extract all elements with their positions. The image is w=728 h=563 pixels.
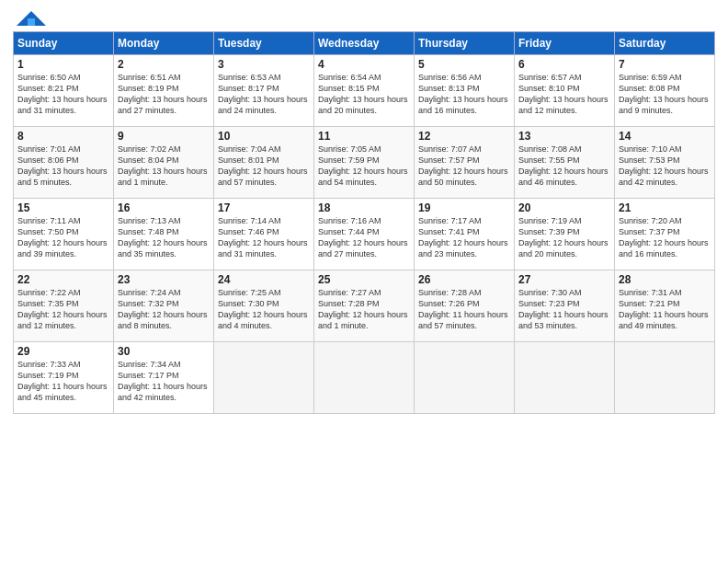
day-number: 24: [218, 273, 310, 286]
day-info: Sunrise: 7:07 AMSunset: 7:57 PMDaylight:…: [418, 144, 510, 189]
day-number: 11: [318, 130, 410, 143]
calendar-cell: 15Sunrise: 7:11 AMSunset: 7:50 PMDayligh…: [14, 199, 114, 270]
day-number: 19: [418, 201, 510, 214]
day-info: Sunrise: 7:25 AMSunset: 7:30 PMDaylight:…: [218, 287, 310, 332]
day-number: 16: [118, 201, 210, 214]
day-number: 3: [218, 58, 310, 71]
weekday-header-friday: Friday: [515, 32, 615, 55]
day-info: Sunrise: 7:13 AMSunset: 7:48 PMDaylight:…: [118, 215, 210, 260]
weekday-header-wednesday: Wednesday: [314, 32, 415, 55]
calendar-cell: 8Sunrise: 7:01 AMSunset: 8:06 PMDaylight…: [14, 127, 114, 199]
calendar-cell: 20Sunrise: 7:19 AMSunset: 7:39 PMDayligh…: [515, 199, 615, 270]
svg-rect-1: [28, 18, 35, 26]
day-number: 18: [318, 201, 410, 214]
calendar-container: SundayMondayTuesdayWednesdayThursdayFrid…: [0, 0, 728, 423]
header: [13, 9, 715, 26]
calendar-cell: 30Sunrise: 7:34 AMSunset: 7:17 PMDayligh…: [114, 342, 214, 414]
calendar-cell: 1Sunrise: 6:50 AMSunset: 8:21 PMDaylight…: [14, 55, 114, 127]
day-number: 6: [518, 58, 610, 71]
weekday-header-sunday: Sunday: [14, 32, 114, 55]
calendar-table: SundayMondayTuesdayWednesdayThursdayFrid…: [13, 31, 715, 414]
day-number: 1: [17, 58, 109, 71]
week-row-4: 22Sunrise: 7:22 AMSunset: 7:35 PMDayligh…: [14, 270, 715, 342]
calendar-cell: 22Sunrise: 7:22 AMSunset: 7:35 PMDayligh…: [14, 270, 114, 342]
calendar-cell: 25Sunrise: 7:27 AMSunset: 7:28 PMDayligh…: [314, 270, 415, 342]
day-number: 10: [218, 130, 310, 143]
day-info: Sunrise: 7:01 AMSunset: 8:06 PMDaylight:…: [17, 144, 109, 189]
day-info: Sunrise: 7:08 AMSunset: 7:55 PMDaylight:…: [518, 144, 610, 189]
calendar-cell: 21Sunrise: 7:20 AMSunset: 7:37 PMDayligh…: [615, 199, 715, 270]
week-row-3: 15Sunrise: 7:11 AMSunset: 7:50 PMDayligh…: [14, 199, 715, 270]
day-number: 26: [418, 273, 510, 286]
day-number: 5: [418, 58, 510, 71]
calendar-cell: 12Sunrise: 7:07 AMSunset: 7:57 PMDayligh…: [415, 127, 515, 199]
day-number: 23: [118, 273, 210, 286]
day-info: Sunrise: 7:04 AMSunset: 8:01 PMDaylight:…: [218, 144, 310, 189]
calendar-cell: 7Sunrise: 6:59 AMSunset: 8:08 PMDaylight…: [615, 55, 715, 127]
logo: [13, 9, 48, 26]
day-number: 9: [118, 130, 210, 143]
day-info: Sunrise: 6:59 AMSunset: 8:08 PMDaylight:…: [619, 72, 711, 117]
calendar-cell: 10Sunrise: 7:04 AMSunset: 8:01 PMDayligh…: [214, 127, 314, 199]
calendar-cell: [415, 342, 515, 414]
day-info: Sunrise: 7:14 AMSunset: 7:46 PMDaylight:…: [218, 215, 310, 260]
day-info: Sunrise: 6:57 AMSunset: 8:10 PMDaylight:…: [518, 72, 610, 117]
day-number: 25: [318, 273, 410, 286]
calendar-cell: [615, 342, 715, 414]
day-info: Sunrise: 7:05 AMSunset: 7:59 PMDaylight:…: [318, 144, 410, 189]
day-info: Sunrise: 7:11 AMSunset: 7:50 PMDaylight:…: [17, 215, 109, 260]
week-row-5: 29Sunrise: 7:33 AMSunset: 7:19 PMDayligh…: [14, 342, 715, 414]
calendar-cell: 11Sunrise: 7:05 AMSunset: 7:59 PMDayligh…: [314, 127, 415, 199]
calendar-cell: 17Sunrise: 7:14 AMSunset: 7:46 PMDayligh…: [214, 199, 314, 270]
calendar-cell: 27Sunrise: 7:30 AMSunset: 7:23 PMDayligh…: [515, 270, 615, 342]
weekday-header-row: SundayMondayTuesdayWednesdayThursdayFrid…: [14, 32, 715, 55]
week-row-1: 1Sunrise: 6:50 AMSunset: 8:21 PMDaylight…: [14, 55, 715, 127]
logo-block: [13, 9, 48, 26]
day-info: Sunrise: 7:24 AMSunset: 7:32 PMDaylight:…: [118, 287, 210, 332]
calendar-cell: 13Sunrise: 7:08 AMSunset: 7:55 PMDayligh…: [515, 127, 615, 199]
logo-icon: [15, 9, 48, 29]
calendar-cell: 23Sunrise: 7:24 AMSunset: 7:32 PMDayligh…: [114, 270, 214, 342]
calendar-cell: 29Sunrise: 7:33 AMSunset: 7:19 PMDayligh…: [14, 342, 114, 414]
day-info: Sunrise: 7:16 AMSunset: 7:44 PMDaylight:…: [318, 215, 410, 260]
calendar-cell: 3Sunrise: 6:53 AMSunset: 8:17 PMDaylight…: [214, 55, 314, 127]
day-number: 21: [619, 201, 711, 214]
calendar-cell: 18Sunrise: 7:16 AMSunset: 7:44 PMDayligh…: [314, 199, 415, 270]
day-number: 29: [17, 345, 109, 358]
week-row-2: 8Sunrise: 7:01 AMSunset: 8:06 PMDaylight…: [14, 127, 715, 199]
weekday-header-thursday: Thursday: [415, 32, 515, 55]
day-info: Sunrise: 7:10 AMSunset: 7:53 PMDaylight:…: [619, 144, 711, 189]
weekday-header-monday: Monday: [114, 32, 214, 55]
day-info: Sunrise: 7:17 AMSunset: 7:41 PMDaylight:…: [418, 215, 510, 260]
day-number: 4: [318, 58, 410, 71]
day-info: Sunrise: 7:19 AMSunset: 7:39 PMDaylight:…: [518, 215, 610, 260]
calendar-cell: 28Sunrise: 7:31 AMSunset: 7:21 PMDayligh…: [615, 270, 715, 342]
weekday-header-saturday: Saturday: [615, 32, 715, 55]
day-info: Sunrise: 7:27 AMSunset: 7:28 PMDaylight:…: [318, 287, 410, 332]
day-number: 20: [518, 201, 610, 214]
day-info: Sunrise: 7:28 AMSunset: 7:26 PMDaylight:…: [418, 287, 510, 332]
day-number: 30: [118, 345, 210, 358]
day-info: Sunrise: 6:50 AMSunset: 8:21 PMDaylight:…: [17, 72, 109, 117]
weekday-header-tuesday: Tuesday: [214, 32, 314, 55]
day-info: Sunrise: 6:56 AMSunset: 8:13 PMDaylight:…: [418, 72, 510, 117]
day-info: Sunrise: 7:34 AMSunset: 7:17 PMDaylight:…: [118, 359, 210, 404]
day-number: 27: [518, 273, 610, 286]
calendar-cell: 26Sunrise: 7:28 AMSunset: 7:26 PMDayligh…: [415, 270, 515, 342]
day-info: Sunrise: 7:33 AMSunset: 7:19 PMDaylight:…: [17, 359, 109, 404]
day-number: 15: [17, 201, 109, 214]
calendar-cell: 2Sunrise: 6:51 AMSunset: 8:19 PMDaylight…: [114, 55, 214, 127]
day-info: Sunrise: 7:30 AMSunset: 7:23 PMDaylight:…: [518, 287, 610, 332]
day-info: Sunrise: 7:02 AMSunset: 8:04 PMDaylight:…: [118, 144, 210, 189]
day-number: 28: [619, 273, 711, 286]
day-info: Sunrise: 7:31 AMSunset: 7:21 PMDaylight:…: [619, 287, 711, 332]
day-number: 2: [118, 58, 210, 71]
day-info: Sunrise: 6:53 AMSunset: 8:17 PMDaylight:…: [218, 72, 310, 117]
calendar-cell: [214, 342, 314, 414]
calendar-cell: [515, 342, 615, 414]
day-number: 13: [518, 130, 610, 143]
day-number: 14: [619, 130, 711, 143]
calendar-cell: 6Sunrise: 6:57 AMSunset: 8:10 PMDaylight…: [515, 55, 615, 127]
day-number: 12: [418, 130, 510, 143]
calendar-cell: 5Sunrise: 6:56 AMSunset: 8:13 PMDaylight…: [415, 55, 515, 127]
